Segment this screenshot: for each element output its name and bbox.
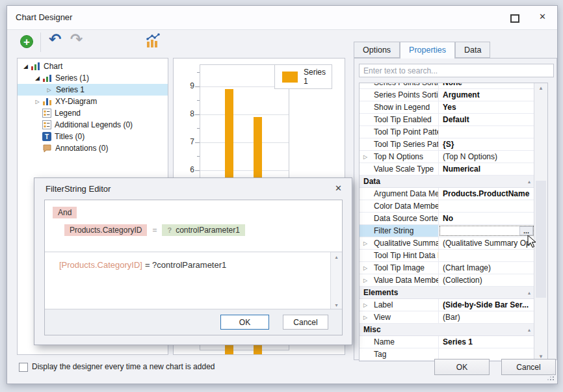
tree-item-series-group[interactable]: ◢ Series (1) <box>18 72 168 84</box>
property-name: Value Scale Type <box>374 164 434 174</box>
tree-item-xy-diagram[interactable]: ▷ XY-Diagram <box>18 96 168 107</box>
table-row[interactable]: Show in LegendYes <box>360 101 534 114</box>
property-value: No <box>439 213 534 224</box>
filter-condition: Products.CategoryID = ?controlParameter1 <box>64 224 245 236</box>
property-value: Argument <box>439 89 534 101</box>
filterstring-editor-dialog: FilterString Editor ✕ And Products.Categ… <box>34 177 352 345</box>
collapse-icon[interactable]: ◢ <box>33 75 42 81</box>
gridline <box>200 114 289 115</box>
table-row[interactable]: ▷Top N Options(Top N Options) <box>360 151 534 163</box>
table-row[interactable]: Tool Tip Series Patte...{S} <box>360 138 534 151</box>
table-row[interactable]: ▷Tool Tip Image(Chart Image) <box>360 262 534 274</box>
tree-item-series-1[interactable]: ▷ Series 1 <box>18 84 168 96</box>
table-row[interactable]: ▷Value Data Members(Collection) <box>360 274 534 287</box>
scroll-up-icon[interactable]: ▴ <box>331 254 342 260</box>
tree-item-label: Series 1 <box>56 85 85 94</box>
add-icon[interactable]: + <box>20 35 33 48</box>
checkbox-label[interactable]: Display the designer every time a new ch… <box>32 362 215 371</box>
chart-type-icon[interactable] <box>145 33 161 51</box>
y-tick-label: 7 <box>177 137 194 146</box>
scrollbar-thumb[interactable] <box>536 181 546 298</box>
tree-item-titles[interactable]: T Titles (0) <box>18 131 168 142</box>
property-name: Name <box>374 337 395 346</box>
table-row-filter-string[interactable]: Filter String... <box>360 225 534 237</box>
table-row[interactable]: NameSeries 1 <box>360 336 534 348</box>
table-row[interactable]: Tool Tip Hint Data M... <box>360 250 534 262</box>
expand-icon[interactable]: ▷ <box>363 241 367 246</box>
display-designer-checkbox[interactable] <box>19 363 28 372</box>
filter-expression-area[interactable]: [Products.CategoryID]= ?controlParameter… <box>45 252 342 310</box>
table-row[interactable]: Tool Tip Point Pattern <box>360 126 534 138</box>
y-tick-mark <box>195 86 200 87</box>
table-row[interactable]: ▷Label(Side-by-Side Bar Ser... <box>360 299 534 311</box>
filter-string-value-cell[interactable]: ... <box>439 225 534 237</box>
table-row[interactable]: Series Points Sorting...Argument <box>360 89 534 101</box>
property-name: View <box>374 313 391 322</box>
collapse-icon[interactable]: ▴ <box>528 179 530 185</box>
expand-icon[interactable]: ▷ <box>363 278 367 283</box>
tab-options[interactable]: Options <box>354 42 400 58</box>
group-operator-badge[interactable]: And <box>53 207 77 218</box>
designer-ok-button[interactable]: OK <box>434 359 490 375</box>
table-row[interactable]: Color Data Member <box>360 200 534 213</box>
tree-item-chart[interactable]: ◢ Chart <box>18 60 168 72</box>
undo-icon[interactable]: ↶ <box>49 31 61 48</box>
table-row[interactable]: Tool Tip EnabledDefault <box>360 114 534 126</box>
collapse-icon[interactable]: ◢ <box>21 63 30 70</box>
mouse-cursor <box>527 235 537 251</box>
property-name: Value Data Members <box>374 276 439 285</box>
table-row[interactable]: ▷View(Bar) <box>360 311 534 324</box>
collapse-icon[interactable]: ▴ <box>528 290 530 296</box>
table-row[interactable]: Series Points SortingNone <box>360 83 534 89</box>
tree-item-label: Series (1) <box>55 73 89 83</box>
expand-icon[interactable]: ▷ <box>363 154 367 160</box>
expand-icon[interactable]: ▷ <box>45 87 53 93</box>
table-row[interactable]: ▷Qualitative Summar...(Qualitative Summa… <box>360 237 534 250</box>
filter-value-badge[interactable]: ?controlParameter1 <box>162 224 244 236</box>
property-value: (Bar) <box>439 311 534 323</box>
property-name: Tag <box>374 350 386 359</box>
search-input[interactable] <box>359 64 554 77</box>
collapse-icon[interactable]: ▴ <box>528 327 530 333</box>
expand-icon[interactable]: ▷ <box>33 99 42 105</box>
table-row[interactable]: Argument Data Mem...Products.ProductName <box>360 188 534 200</box>
category-row-elements[interactable]: Elements▴ <box>360 287 534 299</box>
tab-data[interactable]: Data <box>455 42 490 58</box>
filter-builder: And Products.CategoryID = ?controlParame… <box>45 200 342 252</box>
expand-icon[interactable]: ▷ <box>363 315 367 320</box>
resize-grip[interactable] <box>553 379 554 380</box>
tree-item-additional-legends[interactable]: Additional Legends (0) <box>18 119 168 131</box>
y-tick-mark <box>195 114 200 115</box>
category-row-misc[interactable]: Misc▴ <box>360 324 534 336</box>
legend-icon <box>42 109 51 118</box>
svg-text:T: T <box>45 133 49 140</box>
property-value: (Qualitative Summary Opt... <box>439 237 534 249</box>
property-value: None <box>439 83 534 88</box>
table-row[interactable]: Data Source SortedNo <box>360 213 534 225</box>
category-row-data[interactable]: Data▴ <box>360 176 534 188</box>
filter-operator[interactable]: = <box>152 226 157 235</box>
ellipsis-button[interactable]: ... <box>519 226 533 235</box>
designer-cancel-button[interactable]: Cancel <box>501 359 556 375</box>
close-icon[interactable]: ✕ <box>335 183 342 193</box>
property-value: (Collection) <box>439 274 534 286</box>
table-row[interactable]: Value Scale TypeNumerical <box>360 163 534 176</box>
tree-item-legend[interactable]: Legend <box>18 107 168 119</box>
tab-properties[interactable]: Properties <box>400 42 455 59</box>
tree-item-annotations[interactable]: Annotations (0) <box>18 142 168 154</box>
legend-swatch <box>282 72 298 83</box>
editor-ok-button[interactable]: OK <box>220 315 269 330</box>
property-value: Series 1 <box>439 336 534 348</box>
scrollbar[interactable]: ▴ ▾ <box>330 252 342 310</box>
scroll-down-icon[interactable]: ▾ <box>331 302 342 308</box>
expand-icon[interactable]: ▷ <box>363 265 367 271</box>
y-tick-label: 6 <box>177 165 194 174</box>
property-name: Argument Data Mem... <box>374 189 439 198</box>
scroll-up-icon[interactable]: ▴ <box>534 85 547 91</box>
expand-icon[interactable]: ▷ <box>363 302 367 308</box>
filter-field-badge[interactable]: Products.CategoryID <box>64 224 147 236</box>
close-icon[interactable]: ✕ <box>539 12 546 21</box>
scrollbar[interactable]: ▴ ▾ <box>534 83 547 361</box>
maximize-icon[interactable] <box>510 14 519 23</box>
editor-cancel-button[interactable]: Cancel <box>283 315 328 330</box>
